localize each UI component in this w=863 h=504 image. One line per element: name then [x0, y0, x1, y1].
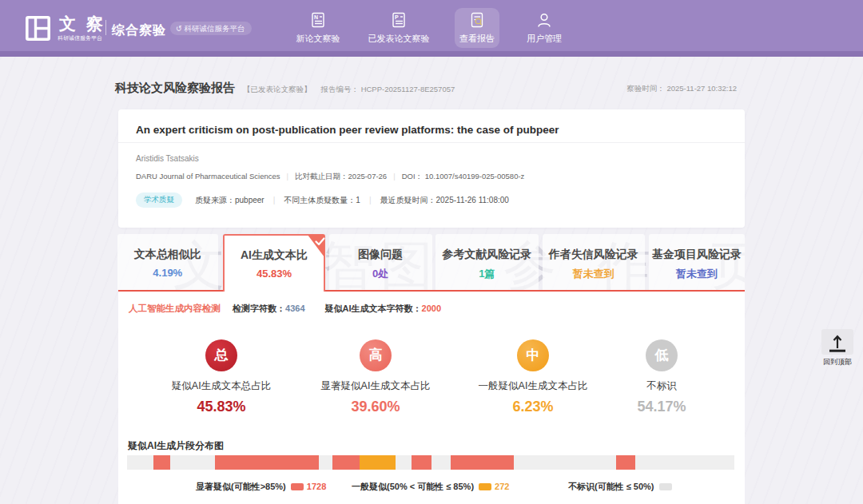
svg-text:P: P — [395, 14, 399, 20]
svg-text:N: N — [314, 14, 318, 20]
